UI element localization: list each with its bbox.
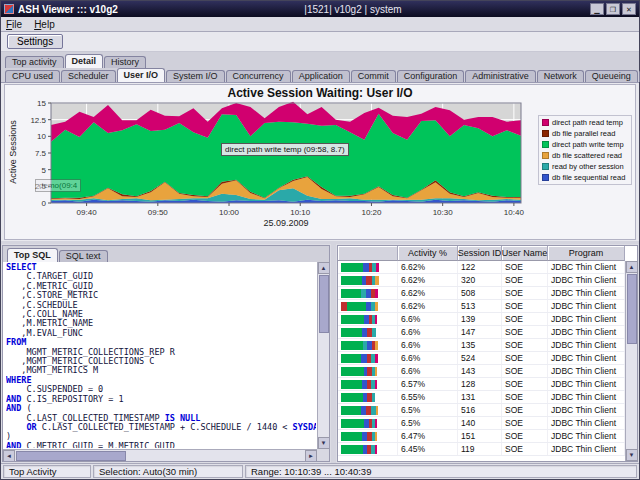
wait-tab-queueing[interactable]: Queueing <box>585 70 638 82</box>
table-row[interactable]: 6.57%128SOEJDBC Thin Client <box>338 378 625 391</box>
title-bar[interactable]: ASH Viewer ::: v10g2 |1521| v10g2 | syst… <box>1 1 639 17</box>
cell-program: JDBC Thin Client <box>548 430 625 442</box>
table-row[interactable]: 6.62%320SOEJDBC Thin Client <box>338 274 625 287</box>
column-header-program[interactable]: Program <box>548 246 625 261</box>
sql-line: ,MGMT_METRICS M <box>6 366 316 375</box>
cell-activity: 6.62% <box>398 261 458 273</box>
settings-button[interactable]: Settings <box>7 34 63 49</box>
column-header-user-name[interactable]: User Name <box>502 246 548 261</box>
table-vertical-scrollbar[interactable]: ▲ ▼ <box>625 261 637 461</box>
minimize-icon[interactable]: ▁ <box>590 3 604 15</box>
cell-activity: 6.6% <box>398 365 458 377</box>
table-row[interactable]: 6.6%147SOEJDBC Thin Client <box>338 326 625 339</box>
cell-session-id: 320 <box>458 274 502 286</box>
scroll-thumb[interactable] <box>16 451 126 461</box>
scroll-up-icon[interactable]: ▲ <box>318 262 330 274</box>
scroll-down-icon[interactable]: ▼ <box>626 449 638 461</box>
cell-program: JDBC Thin Client <box>548 274 625 286</box>
stacked-area-chart[interactable]: 02.557.51012.51509:4009:5010:0010:1010:2… <box>21 101 541 223</box>
cell-session-id: 151 <box>458 430 502 442</box>
wait-tab-application[interactable]: Application <box>292 70 350 82</box>
maximize-icon[interactable]: ❐ <box>606 3 620 15</box>
sql-line: AND C.METRIC_GUID = M.METRIC_GUID <box>6 442 316 448</box>
cell-user-name: SOE <box>502 417 548 429</box>
table-row[interactable]: 6.6%143SOEJDBC Thin Client <box>338 365 625 378</box>
cell-user-name: SOE <box>502 404 548 416</box>
menu-help[interactable]: Help <box>34 19 55 30</box>
cell-program: JDBC Thin Client <box>548 313 625 325</box>
wait-tab-commit[interactable]: Commit <box>351 70 396 82</box>
table-row[interactable]: 6.62%513SOEJDBC Thin Client <box>338 300 625 313</box>
column-header-session-id[interactable]: Session ID <box>458 246 502 261</box>
scroll-left-icon[interactable]: ◄ <box>3 450 15 462</box>
cell-user-name: SOE <box>502 274 548 286</box>
svg-text:10:10: 10:10 <box>290 208 311 217</box>
wait-tab-scheduler[interactable]: Scheduler <box>61 70 116 82</box>
cell-session-id: 508 <box>458 287 502 299</box>
vertical-splitter[interactable] <box>331 244 336 463</box>
wait-tab-administrative[interactable]: Administrative <box>465 70 536 82</box>
legend-item-direct-path-read-temp: direct path read temp <box>542 118 628 127</box>
column-header-graph[interactable] <box>338 246 398 261</box>
table-row[interactable]: 6.45%119SOEJDBC Thin Client <box>338 443 625 456</box>
sql-tab-sql-text[interactable]: SQL text <box>59 250 108 262</box>
sql-vertical-scrollbar[interactable]: ▲ ▼ <box>317 262 329 449</box>
wait-tab-network[interactable]: Network <box>537 70 584 82</box>
toolbar: Settings <box>1 32 639 52</box>
table-row[interactable]: 6.6%524SOEJDBC Thin Client <box>338 352 625 365</box>
wait-tab-configuration[interactable]: Configuration <box>397 70 465 82</box>
column-header-activity[interactable]: Activity % <box>398 246 458 261</box>
menu-file[interactable]: File <box>6 19 22 30</box>
sql-text[interactable]: SELECT C.TARGET_GUID ,C.METRIC_GUID ,C.S… <box>6 263 316 448</box>
table-row[interactable]: 6.47%151SOEJDBC Thin Client <box>338 430 625 443</box>
cell-activity: 6.62% <box>398 287 458 299</box>
wait-tab-system-i-o[interactable]: System I/O <box>166 70 225 82</box>
table-row[interactable]: 6.5%140SOEJDBC Thin Client <box>338 417 625 430</box>
table-row[interactable]: 6.6%139SOEJDBC Thin Client <box>338 313 625 326</box>
wait-tab-user-i-o[interactable]: User I/O <box>117 68 166 82</box>
cell-activity: 6.6% <box>398 339 458 351</box>
cell-program: JDBC Thin Client <box>548 352 625 364</box>
close-icon[interactable]: ✕ <box>622 3 636 15</box>
tab-top-activity[interactable]: Top activity <box>5 56 64 68</box>
legend-item-db-file-scattered-read: db file scattered read <box>542 151 628 160</box>
activity-bar <box>338 352 398 364</box>
cell-user-name: SOE <box>502 443 548 455</box>
cell-activity: 6.55% <box>398 391 458 403</box>
scroll-up-icon[interactable]: ▲ <box>626 261 638 273</box>
wait-class-tabs: CPU usedSchedulerUser I/OSystem I/OConcu… <box>1 68 639 83</box>
tab-detail[interactable]: Detail <box>65 54 104 68</box>
scroll-down-icon[interactable]: ▼ <box>318 437 330 449</box>
connection-title: |1521| v10g2 | system <box>118 4 588 15</box>
table-row[interactable]: 6.6%135SOEJDBC Thin Client <box>338 339 625 352</box>
sql-tab-top-sql[interactable]: Top SQL <box>7 248 58 262</box>
cell-activity: 6.57% <box>398 378 458 390</box>
table-row[interactable]: 6.62%508SOEJDBC Thin Client <box>338 287 625 300</box>
legend-label: read by other session <box>552 162 624 171</box>
wait-tab-cpu-used[interactable]: CPU used <box>5 70 60 82</box>
wait-tab-concurrency[interactable]: Concurrency <box>226 70 291 82</box>
main-tabs: Top activityDetailHistory <box>1 52 639 68</box>
scroll-thumb[interactable] <box>319 275 329 333</box>
cell-session-id: 513 <box>458 300 502 312</box>
table-row[interactable]: 6.5%516SOEJDBC Thin Client <box>338 404 625 417</box>
app-window: ASH Viewer ::: v10g2 |1521| v10g2 | syst… <box>0 0 640 480</box>
cell-program: JDBC Thin Client <box>548 287 625 299</box>
tab-history[interactable]: History <box>104 56 146 68</box>
activity-bar <box>338 365 398 377</box>
cell-session-id: 140 <box>458 417 502 429</box>
table-row[interactable]: 6.55%131SOEJDBC Thin Client <box>338 391 625 404</box>
sql-horizontal-scrollbar[interactable]: ◄ ► <box>3 449 317 461</box>
table-row[interactable]: 6.62%122SOEJDBC Thin Client <box>338 261 625 274</box>
cell-activity: 6.62% <box>398 274 458 286</box>
svg-text:10: 10 <box>37 132 46 141</box>
cell-session-id: 128 <box>458 378 502 390</box>
cell-program: JDBC Thin Client <box>548 417 625 429</box>
cell-user-name: SOE <box>502 300 548 312</box>
scroll-right-icon[interactable]: ► <box>305 450 317 462</box>
svg-text:09:40: 09:40 <box>77 208 98 217</box>
scroll-thumb[interactable] <box>627 274 637 344</box>
chart-ghost-tooltip: demo(09:4 <box>35 179 81 192</box>
legend-swatch <box>542 163 549 170</box>
legend-item-db-file-sequential-read: db file sequential read <box>542 173 628 182</box>
